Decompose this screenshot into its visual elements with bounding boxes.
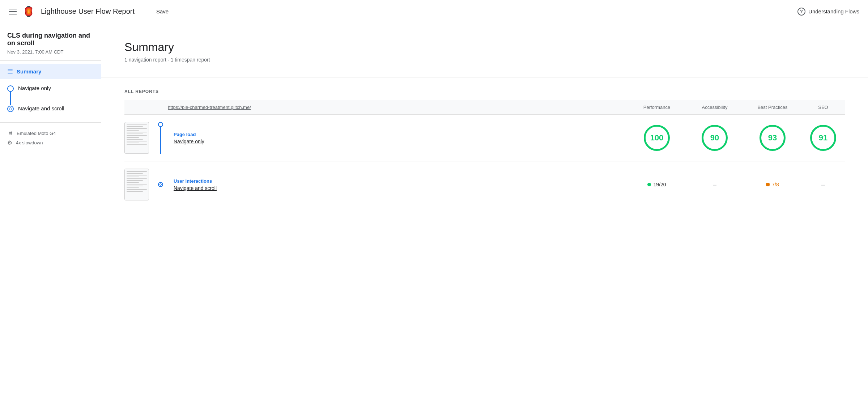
meta-device: 🖥 Emulated Moto G4 [7, 130, 94, 136]
score-dash-seo: – [821, 181, 825, 189]
sidebar: CLS during navigation and on scroll Nov … [0, 23, 101, 398]
project-title: CLS during navigation and on scroll [7, 32, 94, 47]
thumb-line [127, 186, 143, 186]
thumb-line [127, 177, 139, 177]
row-1-accessibility: 90 [686, 125, 744, 151]
thumb-line [127, 184, 147, 185]
app-title: Lighthouse User Flow Report [41, 7, 135, 16]
lighthouse-logo: 🏮 [22, 5, 35, 17]
thumb-line [127, 143, 139, 143]
content-area: Summary 1 navigation report · 1 timespan… [101, 23, 868, 398]
thumb-line [127, 178, 147, 179]
thumb-line [127, 130, 139, 131]
score-circle-best-practices: 93 [760, 125, 786, 151]
score-badge-green: 19/20 [647, 182, 666, 187]
reports-label: ALL REPORTS [124, 89, 845, 94]
thumb-line [127, 171, 147, 172]
thumb-line [127, 182, 139, 183]
score-badge-value: 19/20 [653, 182, 666, 187]
thumb-line [127, 191, 143, 192]
device-icon: 🖥 [7, 130, 13, 136]
connector-clock-dot [158, 182, 163, 187]
row-2-type: User interactions [174, 178, 628, 184]
step-2: Navigate and scroll [7, 105, 94, 112]
row-2-name[interactable]: Navigate and scroll [174, 185, 628, 191]
score-dash-accessibility: – [713, 181, 716, 189]
step-2-dot [7, 106, 14, 112]
connector-line [160, 127, 161, 154]
col-url[interactable]: https://pie-charmed-treatment.glitch.me/ [168, 105, 628, 110]
row-2-performance: 19/20 [628, 182, 686, 187]
summary-section: Summary 1 navigation report · 1 timespan… [101, 23, 868, 77]
thumb-line [127, 137, 139, 138]
green-dot-icon [647, 183, 651, 186]
row-2-connector [153, 169, 168, 200]
sidebar-header: CLS during navigation and on scroll Nov … [0, 23, 101, 60]
connector-dot [158, 122, 163, 127]
thumb-line [127, 175, 147, 175]
table-row: User interactions Navigate and scroll 19… [124, 161, 845, 208]
row-1-info: Page load Navigate only [168, 132, 628, 144]
step-1: Navigate only [7, 85, 94, 105]
thumb-line [127, 141, 147, 141]
topbar: 🏮 Lighthouse User Flow Report Save ? Und… [0, 0, 868, 23]
thumb-line [127, 173, 143, 174]
step-2-label[interactable]: Navigate and scroll [18, 105, 64, 111]
sidebar-divider-1 [0, 60, 101, 61]
project-date: Nov 3, 2021, 7:00 AM CDT [7, 49, 94, 55]
score-circle-seo: 91 [810, 125, 836, 151]
step-1-line [10, 92, 11, 105]
row-2-best-practices: 7/8 [744, 182, 801, 187]
summary-label: Summary [17, 68, 41, 75]
orange-square-icon [766, 183, 770, 186]
row-2-thumbnail[interactable] [124, 169, 153, 200]
row-1-name[interactable]: Navigate only [174, 139, 628, 144]
table-header: https://pie-charmed-treatment.glitch.me/… [124, 100, 845, 115]
sidebar-steps: Navigate only Navigate and scroll [0, 79, 101, 118]
row-1-connector [153, 122, 168, 154]
score-circle-performance: 100 [644, 125, 670, 151]
col-performance: Performance [628, 105, 686, 110]
step-1-connector [7, 85, 14, 105]
row-1-type: Page load [174, 132, 628, 137]
score-circle-accessibility: 90 [702, 125, 728, 151]
row-2-seo: – [801, 181, 845, 189]
row-1-performance: 100 [628, 125, 686, 151]
thumb-line [127, 139, 143, 140]
row-2-info: User interactions Navigate and scroll [168, 178, 628, 191]
thumb-line [127, 124, 147, 125]
meta-slowdown: ⚙ 4x slowdown [7, 139, 94, 146]
summary-title: Summary [124, 41, 845, 54]
thumb-line [127, 128, 147, 129]
understanding-flows-link[interactable]: ? Understanding Flows [797, 8, 859, 16]
col-accessibility: Accessibility [686, 105, 744, 110]
thumb-line [127, 180, 143, 181]
col-best-practices: Best Practices [744, 105, 801, 110]
thumb-line [127, 134, 143, 134]
help-icon: ? [797, 8, 805, 16]
thumb-line [127, 126, 143, 127]
score-badge-orange-value: 7/8 [772, 182, 779, 187]
main-layout: CLS during navigation and on scroll Nov … [0, 23, 868, 398]
step-1-dot [7, 85, 14, 92]
thumb-line [127, 189, 147, 190]
row-1-thumbnail[interactable] [124, 122, 153, 154]
row-1-best-practices: 93 [744, 125, 801, 151]
topbar-left: 🏮 Lighthouse User Flow Report Save [9, 5, 173, 17]
table-row: Page load Navigate only 100 90 93 91 [124, 115, 845, 161]
save-button[interactable]: Save [152, 5, 173, 17]
step-1-label[interactable]: Navigate only [18, 85, 51, 91]
thumb-line [127, 135, 147, 136]
step-2-connector [7, 105, 14, 112]
thumb-line [127, 132, 147, 132]
summary-subtitle: 1 navigation report · 1 timespan report [124, 57, 845, 63]
meta-device-label: Emulated Moto G4 [17, 131, 56, 136]
cpu-icon: ⚙ [7, 139, 12, 146]
sidebar-meta: 🖥 Emulated Moto G4 ⚙ 4x slowdown [0, 127, 101, 155]
thumb-line [127, 144, 147, 145]
sidebar-summary-item[interactable]: ☰ Summary [0, 64, 101, 79]
row-1-seo: 91 [801, 125, 845, 151]
col-seo: SEO [801, 105, 845, 110]
hamburger-menu-button[interactable] [9, 9, 17, 14]
list-icon: ☰ [7, 67, 13, 75]
